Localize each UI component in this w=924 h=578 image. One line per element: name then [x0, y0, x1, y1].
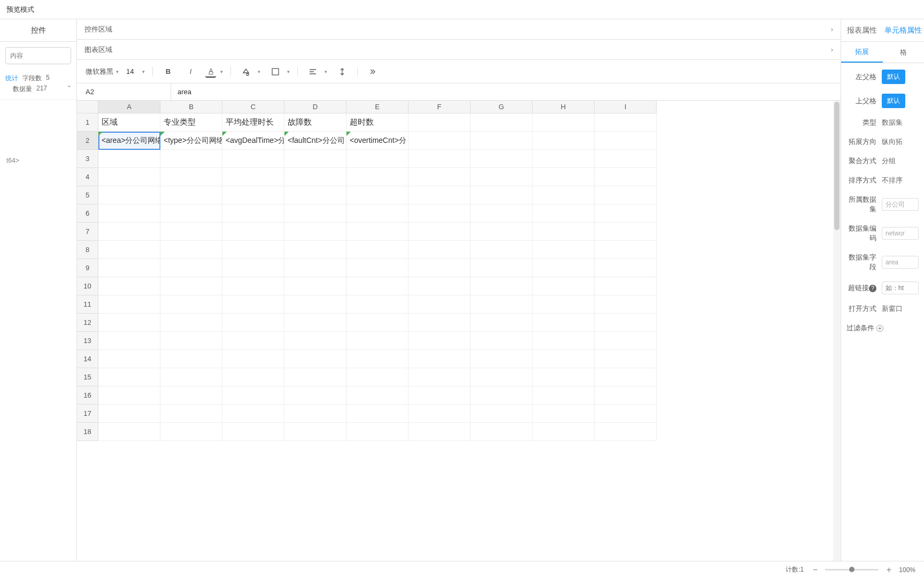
row-header[interactable]: 16 [77, 386, 98, 405]
cell[interactable] [160, 150, 222, 168]
column-header[interactable]: I [595, 101, 657, 113]
cell[interactable] [160, 423, 222, 441]
cell[interactable] [471, 204, 533, 223]
cell[interactable]: 平均处理时长 [222, 113, 284, 132]
cell[interactable] [222, 423, 284, 441]
add-filter-button[interactable]: + [876, 325, 883, 332]
cell[interactable] [98, 368, 160, 386]
cell[interactable] [160, 314, 222, 332]
cell[interactable] [222, 314, 284, 332]
cell[interactable] [595, 223, 657, 241]
row-header[interactable]: 5 [77, 186, 98, 204]
cell[interactable] [471, 332, 533, 350]
chevron-right-icon[interactable]: › [831, 45, 833, 54]
cell[interactable] [222, 150, 284, 168]
cell[interactable] [471, 295, 533, 314]
cell[interactable] [284, 332, 346, 350]
cell[interactable] [284, 423, 346, 441]
cell[interactable] [409, 405, 471, 423]
column-header[interactable]: H [533, 101, 595, 113]
cell[interactable] [471, 132, 533, 150]
cell[interactable] [409, 295, 471, 314]
cell[interactable]: <avgDealTime>分 [222, 132, 284, 150]
cell[interactable] [222, 223, 284, 241]
cell[interactable] [98, 405, 160, 423]
row-header[interactable]: 10 [77, 277, 98, 295]
cell[interactable] [346, 150, 409, 168]
row-header[interactable]: 13 [77, 332, 98, 350]
cell[interactable] [533, 405, 595, 423]
cell[interactable] [284, 368, 346, 386]
font-color-button[interactable]: A [205, 66, 216, 78]
cell[interactable] [533, 204, 595, 223]
cell[interactable] [160, 405, 222, 423]
cell[interactable] [160, 350, 222, 368]
cell[interactable] [160, 295, 222, 314]
cell[interactable] [160, 186, 222, 204]
cell[interactable] [346, 204, 409, 223]
help-icon[interactable]: ? [869, 285, 876, 292]
zoom-slider[interactable] [825, 569, 879, 571]
cell[interactable] [346, 332, 409, 350]
cell[interactable] [409, 113, 471, 132]
cell[interactable] [595, 241, 657, 259]
cell[interactable] [222, 277, 284, 295]
cell[interactable] [284, 186, 346, 204]
row-header[interactable]: 11 [77, 295, 98, 314]
font-size-select[interactable]: 14▾ [126, 67, 145, 75]
row-header[interactable]: 18 [77, 423, 98, 441]
cell[interactable] [533, 259, 595, 277]
cell[interactable]: 超时数 [346, 113, 409, 132]
cell[interactable]: 区域 [98, 113, 160, 132]
cell[interactable] [409, 332, 471, 350]
cell[interactable] [160, 277, 222, 295]
cell[interactable] [346, 241, 409, 259]
cell[interactable] [346, 168, 409, 186]
cell[interactable] [222, 241, 284, 259]
cell[interactable] [98, 423, 160, 441]
cell[interactable] [346, 314, 409, 332]
cell[interactable] [409, 277, 471, 295]
row-header[interactable]: 15 [77, 368, 98, 386]
dataset-field-input[interactable] [882, 256, 919, 269]
cell[interactable] [533, 386, 595, 405]
expand-dir-select[interactable]: 纵向拓 [882, 137, 919, 147]
cell[interactable]: <faultCnt>分公司 [284, 132, 346, 150]
zoom-in-button[interactable]: + [884, 565, 894, 575]
border-dropdown[interactable]: ▾ [287, 69, 290, 74]
cell[interactable] [471, 168, 533, 186]
cell[interactable] [98, 150, 160, 168]
cell[interactable] [595, 186, 657, 204]
cell[interactable] [284, 259, 346, 277]
agg-select[interactable]: 分组 [882, 156, 919, 166]
cell[interactable] [222, 405, 284, 423]
cell[interactable] [284, 405, 346, 423]
cell[interactable] [160, 368, 222, 386]
cell[interactable] [160, 204, 222, 223]
cell[interactable] [533, 150, 595, 168]
open-select[interactable]: 新窗口 [882, 304, 919, 314]
cell[interactable] [346, 223, 409, 241]
cell[interactable] [533, 277, 595, 295]
cell[interactable] [533, 113, 595, 132]
cell[interactable] [284, 150, 346, 168]
italic-button[interactable]: I [183, 64, 198, 79]
cell[interactable] [533, 295, 595, 314]
cell[interactable] [284, 277, 346, 295]
cell[interactable] [471, 314, 533, 332]
cell[interactable] [222, 368, 284, 386]
field-item[interactable]: t64> [0, 154, 76, 168]
cell[interactable] [471, 241, 533, 259]
chevron-right-icon[interactable]: › [831, 25, 833, 33]
dataset-summary[interactable]: 统计 字段数 5 s 数据量 217 ⌄ [0, 70, 76, 100]
cell[interactable] [471, 259, 533, 277]
cell[interactable] [471, 423, 533, 441]
cell[interactable] [98, 241, 160, 259]
function-button[interactable] [365, 64, 380, 79]
cell[interactable] [471, 350, 533, 368]
cell[interactable] [595, 113, 657, 132]
align-dropdown[interactable]: ▾ [325, 69, 327, 74]
cell[interactable] [409, 168, 471, 186]
cell[interactable] [98, 168, 160, 186]
column-header[interactable]: A [98, 101, 160, 113]
